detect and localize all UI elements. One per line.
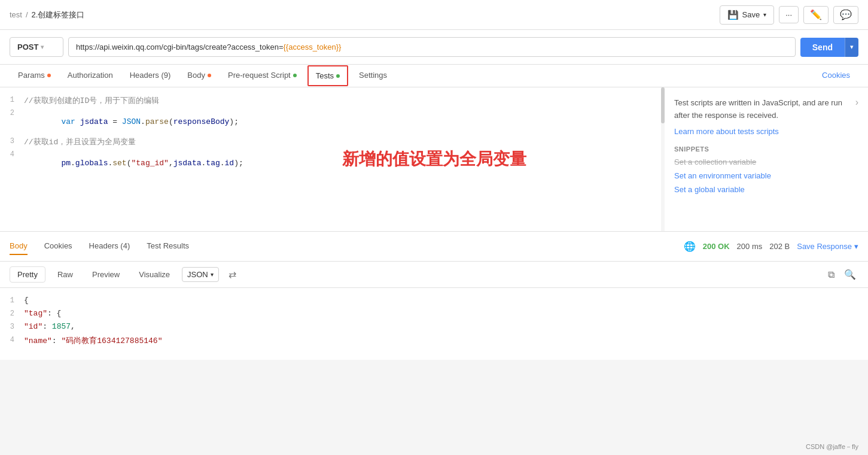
line-code-3: //获取id，并且设置为全局变量 — [24, 136, 136, 147]
copy-button[interactable]: ⧉ — [826, 267, 837, 283]
top-bar: test / 2.创建标签接口 💾 Save ▾ ··· ✏️ 💬 — [0, 0, 868, 30]
method-label: POST — [17, 43, 38, 51]
view-preview-button[interactable]: Preview — [85, 267, 127, 282]
resp-line-2: 2 "tag": { — [0, 308, 868, 321]
snippets-title: SNIPPETS — [674, 145, 858, 153]
tab-authorization-label: Authorization — [68, 71, 113, 80]
tab-cookies[interactable]: Cookies — [814, 65, 858, 87]
response-header: Body Cookies Headers (4) Test Results 🌐 … — [0, 232, 868, 262]
method-select[interactable]: POST ▾ — [10, 37, 63, 57]
snippet-set-global[interactable]: Set a global variable — [674, 185, 858, 194]
resp-line-3: 3 "id": 1857, — [0, 321, 868, 335]
format-select[interactable]: JSON ▾ — [182, 267, 219, 282]
globe-lock-icon: 🌐 — [684, 241, 696, 252]
snippet-set-environment[interactable]: Set an environment variable — [674, 171, 858, 180]
tab-body[interactable]: Body — [179, 65, 220, 87]
params-dot — [47, 74, 51, 77]
breadcrumb-root[interactable]: test — [10, 10, 22, 19]
code-line-4: 4 pm.globals.set("tag_id",jsdata.tag.id)… — [0, 149, 664, 177]
resp-line-4: 4 "name": "码尚教育1634127885146" — [0, 335, 868, 348]
right-panel-description: Test scripts are written in JavaScript, … — [674, 97, 858, 122]
code-line-1: 1 //获取到创建的ID号，用于下面的编辑 — [0, 95, 664, 108]
line-num-3: 3 — [0, 136, 24, 145]
tab-body-label: Body — [187, 71, 205, 80]
line-code-4: pm.globals.set("tag_id",jsdata.tag.id); — [24, 150, 243, 177]
tests-dot — [336, 74, 340, 78]
tab-tests[interactable]: Tests — [307, 65, 348, 86]
save-icon: 💾 — [727, 10, 739, 20]
response-body: 1 { 2 "tag": { 3 "id": 1857, 4 "name": "… — [0, 288, 868, 360]
top-actions: 💾 Save ▾ ··· ✏️ 💬 — [720, 5, 858, 25]
resp-code-1: { — [24, 296, 29, 305]
save-label: Save — [742, 10, 760, 19]
view-pretty-button[interactable]: Pretty — [10, 266, 45, 283]
line-code-2: var jsdata = JSON.parse(responseBody); — [24, 108, 239, 135]
code-line-3: 3 //获取id，并且设置为全局变量 — [0, 136, 664, 149]
view-raw-button[interactable]: Raw — [50, 267, 80, 282]
url-variable: {{access_token}} — [284, 43, 342, 51]
more-button[interactable]: ··· — [779, 6, 799, 23]
editor-scrollbar[interactable] — [661, 87, 665, 231]
comment-icon-button[interactable]: 💬 — [833, 6, 858, 24]
resp-linenum-1: 1 — [0, 296, 24, 305]
search-response-button[interactable]: 🔍 — [842, 266, 858, 283]
response-tab-body[interactable]: Body — [10, 238, 28, 255]
scrollbar-thumb[interactable] — [661, 87, 665, 123]
line-num-2: 2 — [0, 108, 24, 117]
line-code-1: //获取到创建的ID号，用于下面的编辑 — [24, 95, 159, 106]
snippet-set-collection[interactable]: Set a collection variable — [674, 157, 858, 166]
line-num-4: 4 — [0, 150, 24, 159]
view-visualize-button[interactable]: Visualize — [132, 267, 177, 282]
resp-linenum-3: 3 — [0, 322, 24, 331]
tab-params-label: Params — [18, 71, 45, 80]
save-chevron-icon: ▾ — [763, 11, 766, 18]
format-chevron-icon: ▾ — [211, 271, 214, 278]
tab-tests-label: Tests — [316, 71, 334, 80]
resp-code-2: "tag": { — [24, 309, 61, 318]
format-label: JSON — [187, 270, 208, 279]
tab-authorization[interactable]: Authorization — [59, 65, 121, 87]
response-size: 202 B — [769, 242, 790, 251]
response-time: 200 ms — [737, 242, 763, 251]
response-status: 🌐 200 OK 200 ms 202 B Save Response ▾ — [684, 241, 858, 252]
learn-more-link[interactable]: Learn more about tests scripts — [674, 127, 779, 136]
main-content: 1 //获取到创建的ID号，用于下面的编辑 2 var jsdata = JSO… — [0, 87, 868, 232]
response-view-bar: Pretty Raw Preview Visualize JSON ▾ ⇄ ⧉ … — [0, 262, 868, 288]
send-button-group: Send ▾ — [800, 38, 858, 57]
code-editor[interactable]: 1 //获取到创建的ID号，用于下面的编辑 2 var jsdata = JSO… — [0, 87, 665, 231]
resp-code-3: "id": 1857, — [24, 322, 75, 331]
tab-settings[interactable]: Settings — [351, 65, 395, 87]
tab-cookies-label: Cookies — [822, 71, 850, 80]
tab-params[interactable]: Params — [10, 65, 59, 87]
method-chevron-icon: ▾ — [41, 44, 44, 50]
save-response-button[interactable]: Save Response ▾ — [797, 242, 858, 251]
send-dropdown-button[interactable]: ▾ — [845, 38, 858, 57]
resp-linenum-2: 2 — [0, 309, 24, 318]
tab-prerequest-label: Pre-request Script — [228, 71, 291, 80]
url-input[interactable]: https://api.weixin.qq.com/cgi-bin/tags/c… — [68, 37, 796, 57]
right-panel: › Test scripts are written in JavaScript… — [665, 87, 868, 231]
resp-code-4: "name": "码尚教育1634127885146" — [24, 335, 162, 346]
breadcrumb-separator: / — [26, 10, 28, 19]
send-button[interactable]: Send — [800, 38, 845, 57]
resp-linenum-4: 4 — [0, 335, 24, 344]
save-button[interactable]: 💾 Save ▾ — [720, 5, 775, 25]
line-num-1: 1 — [0, 95, 24, 104]
save-response-chevron-icon: ▾ — [854, 242, 858, 251]
tab-headers[interactable]: Headers (9) — [121, 65, 179, 87]
url-prefix: https://api.weixin.qq.com/cgi-bin/tags/c… — [76, 43, 284, 51]
prerequest-dot — [293, 74, 297, 77]
tabs-bar: Params Authorization Headers (9) Body Pr… — [0, 65, 868, 87]
breadcrumb: test / 2.创建标签接口 — [10, 10, 84, 20]
response-tab-cookies[interactable]: Cookies — [44, 238, 72, 255]
response-tab-headers[interactable]: Headers (4) — [89, 238, 130, 255]
breadcrumb-current: 2.创建标签接口 — [32, 10, 85, 20]
tab-prerequest[interactable]: Pre-request Script — [220, 65, 305, 87]
tab-settings-label: Settings — [359, 71, 387, 80]
wrap-lines-button[interactable]: ⇄ — [226, 266, 239, 283]
edit-icon-button[interactable]: ✏️ — [803, 6, 829, 24]
chevron-right-icon[interactable]: › — [855, 97, 858, 108]
response-tab-testresults[interactable]: Test Results — [147, 238, 189, 255]
status-code: 200 OK — [703, 242, 730, 251]
resp-line-1: 1 { — [0, 295, 868, 308]
